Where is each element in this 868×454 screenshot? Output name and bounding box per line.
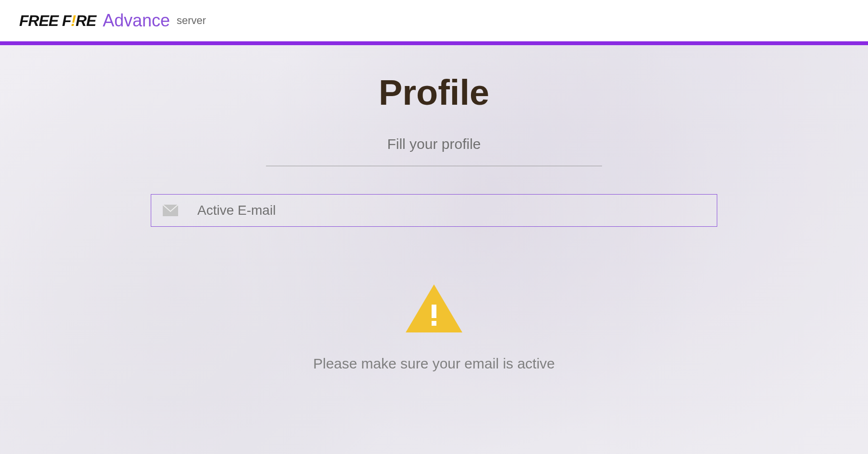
logo-text-part1: FREE F — [19, 12, 71, 30]
warning-icon — [406, 284, 462, 332]
content-inner: Profile Fill your profile Please m — [0, 72, 868, 372]
divider — [266, 166, 602, 166]
mail-icon — [163, 205, 178, 216]
subtitle: Fill your profile — [387, 136, 481, 152]
content-area: Profile Fill your profile Please m — [0, 45, 868, 454]
logo-advance-label: Advance — [103, 11, 170, 31]
header: FREE F!RE Advance server — [0, 0, 868, 41]
logo-text-part2: RE — [75, 12, 96, 30]
accent-bar — [0, 41, 868, 45]
warning-section: Please make sure your email is active — [313, 284, 555, 372]
warning-text: Please make sure your email is active — [313, 356, 555, 372]
svg-rect-2 — [432, 321, 436, 326]
email-input-row[interactable] — [151, 194, 717, 227]
email-field[interactable] — [197, 203, 705, 218]
logo-freefire: FREE F!RE — [19, 12, 96, 30]
page-title: Profile — [379, 72, 489, 113]
logo-server-label: server — [177, 14, 206, 27]
svg-rect-1 — [432, 305, 436, 318]
